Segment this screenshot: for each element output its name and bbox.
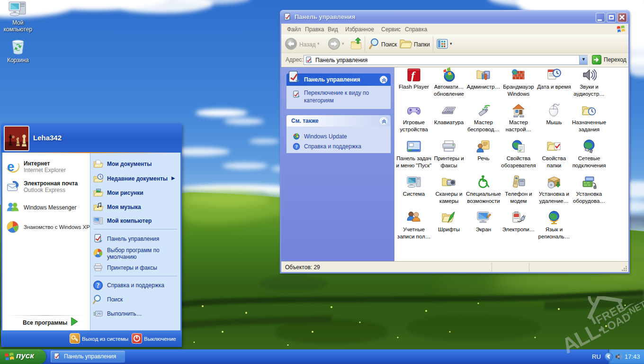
svg-text:·NET: ·NET	[625, 299, 644, 318]
svg-text:?: ?	[295, 145, 298, 149]
svg-text:?: ?	[97, 282, 100, 289]
